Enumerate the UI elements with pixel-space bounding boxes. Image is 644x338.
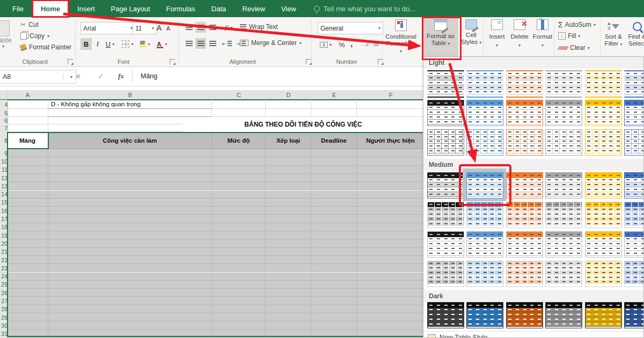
- table-style-light-18[interactable]: [624, 129, 644, 156]
- increase-decimal-button[interactable]: ←.0: [358, 39, 370, 50]
- table-style-medium-18[interactable]: [624, 231, 644, 258]
- wrap-text-button[interactable]: Wrap Text: [240, 23, 278, 31]
- select-all-corner[interactable]: [0, 90, 7, 100]
- fill-color-button[interactable]: ▾: [137, 38, 152, 50]
- insert-function-button[interactable]: fx: [118, 70, 124, 83]
- table-style-medium-15[interactable]: [506, 231, 543, 258]
- paste-button[interactable]: Paste ▾: [0, 19, 16, 53]
- tell-me-box[interactable]: Tell me what you want to do...: [314, 0, 415, 17]
- accounting-format-button[interactable]: $▾: [318, 39, 334, 50]
- orientation-button[interactable]: ab▾: [221, 22, 235, 33]
- name-box-splitter[interactable]: ⋮: [60, 70, 67, 83]
- cell-b4[interactable]: D - Không gấp không quan trọng: [48, 100, 212, 109]
- find-select-button[interactable]: Find & Select: [626, 19, 644, 47]
- table-style-medium-10[interactable]: [545, 202, 582, 228]
- cut-button[interactable]: ✂ Cut: [20, 21, 39, 28]
- table-style-light-14[interactable]: [466, 129, 503, 156]
- table-style-medium-7[interactable]: [427, 202, 464, 228]
- sort-filter-button[interactable]: AZ Sort & Filter ▾: [602, 19, 625, 48]
- tab-home[interactable]: Home: [33, 1, 68, 17]
- table-style-medium-9[interactable]: [506, 202, 543, 228]
- table-style-dark-4[interactable]: [545, 302, 582, 328]
- align-left-button[interactable]: [184, 38, 194, 49]
- table-style-medium-22[interactable]: [545, 261, 582, 287]
- align-right-button[interactable]: [207, 38, 218, 49]
- table-style-light-11[interactable]: [585, 100, 622, 126]
- table-style-medium-14[interactable]: [466, 231, 503, 258]
- format-as-table-button[interactable]: Format as Table ▾: [423, 18, 458, 58]
- delete-cells-button[interactable]: ✕ Delete ▾: [509, 19, 530, 49]
- tab-page-layout[interactable]: Page Layout: [103, 0, 158, 17]
- grid-cell[interactable]: [7, 124, 48, 132]
- enter-button[interactable]: ✓: [98, 70, 104, 83]
- align-top-button[interactable]: [184, 22, 194, 33]
- table-style-light-16[interactable]: [545, 129, 582, 156]
- percent-style-button[interactable]: %: [337, 39, 347, 50]
- decrease-decimal-button[interactable]: .00: [370, 39, 381, 50]
- table-style-light-1[interactable]: [427, 70, 464, 98]
- alignment-dialog-launcher[interactable]: [306, 59, 311, 64]
- number-format-select[interactable]: General▾: [318, 22, 383, 34]
- table-style-medium-2[interactable]: [466, 172, 503, 199]
- cell-styles-button[interactable]: Cell Styles ▾: [459, 19, 483, 46]
- formula-input[interactable]: Mảng: [141, 70, 157, 83]
- insert-cells-button[interactable]: ← Insert ▾: [486, 19, 508, 49]
- table-style-medium-19[interactable]: [427, 261, 464, 287]
- table-style-medium-24[interactable]: [624, 261, 644, 287]
- grid-cell[interactable]: [212, 100, 266, 109]
- column-header[interactable]: B: [48, 90, 213, 100]
- table-style-light-12[interactable]: [624, 100, 644, 126]
- grow-font-button[interactable]: A: [155, 22, 164, 33]
- table-style-light-4[interactable]: [545, 70, 582, 98]
- tab-data[interactable]: Data: [203, 0, 234, 17]
- table-style-medium-13[interactable]: [427, 231, 464, 258]
- table-style-light-15[interactable]: [506, 129, 543, 156]
- column-header[interactable]: E: [311, 90, 357, 100]
- italic-button[interactable]: I: [93, 38, 103, 50]
- table-style-medium-3[interactable]: [506, 172, 543, 199]
- grid-cell[interactable]: [266, 109, 311, 117]
- table-style-medium-23[interactable]: [585, 261, 622, 287]
- font-size-select[interactable]: 11▾: [133, 22, 157, 34]
- grid-cell[interactable]: [7, 117, 48, 124]
- new-table-style-item[interactable]: New Table Style: [423, 331, 643, 338]
- grid-cell[interactable]: [357, 100, 425, 109]
- table-style-medium-8[interactable]: [466, 202, 503, 228]
- clipboard-dialog-launcher[interactable]: [68, 59, 73, 64]
- grid-cell[interactable]: [7, 109, 48, 117]
- table-style-medium-6[interactable]: [624, 172, 644, 199]
- grid-cell[interactable]: [311, 109, 357, 117]
- table-style-medium-21[interactable]: [506, 261, 543, 287]
- decrease-indent-button[interactable]: ⇤: [221, 38, 233, 49]
- table-style-dark-5[interactable]: [585, 302, 622, 328]
- table-style-light-13[interactable]: [427, 129, 464, 156]
- table-style-light-10[interactable]: [545, 100, 582, 126]
- shrink-font-button[interactable]: A: [164, 23, 172, 33]
- table-style-dark-1[interactable]: [427, 302, 464, 328]
- table-style-medium-5[interactable]: [585, 172, 622, 199]
- comma-style-button[interactable]: ,: [348, 37, 355, 49]
- align-center-button[interactable]: [195, 38, 206, 49]
- tab-review[interactable]: Review: [234, 0, 273, 17]
- table-style-light-3[interactable]: [506, 70, 543, 98]
- table-style-dark-6[interactable]: [624, 302, 644, 328]
- autosum-button[interactable]: Σ AutoSum▾: [558, 20, 596, 29]
- table-style-light-8[interactable]: [466, 100, 503, 126]
- table-style-light-6[interactable]: [624, 70, 644, 98]
- conditional-formatting-button[interactable]: Conditional Formatting ▾: [384, 19, 418, 55]
- table-style-medium-20[interactable]: [466, 261, 503, 287]
- clear-button[interactable]: Clear▾: [558, 44, 590, 52]
- align-middle-button[interactable]: [195, 22, 206, 33]
- font-dialog-launcher[interactable]: [170, 59, 175, 64]
- table-style-medium-4[interactable]: [545, 172, 582, 199]
- font-color-button[interactable]: A▾: [155, 38, 170, 50]
- cancel-button[interactable]: ✕: [75, 70, 81, 83]
- table-style-medium-12[interactable]: [624, 202, 644, 228]
- format-cells-button[interactable]: ↔ Format ▾: [531, 19, 554, 49]
- tab-view[interactable]: View: [273, 0, 304, 17]
- grid-cell[interactable]: [266, 100, 311, 109]
- table-style-light-9[interactable]: [506, 100, 543, 126]
- number-dialog-launcher[interactable]: [378, 59, 383, 64]
- table-style-medium-1[interactable]: [427, 172, 464, 199]
- grid-cell[interactable]: [7, 100, 48, 109]
